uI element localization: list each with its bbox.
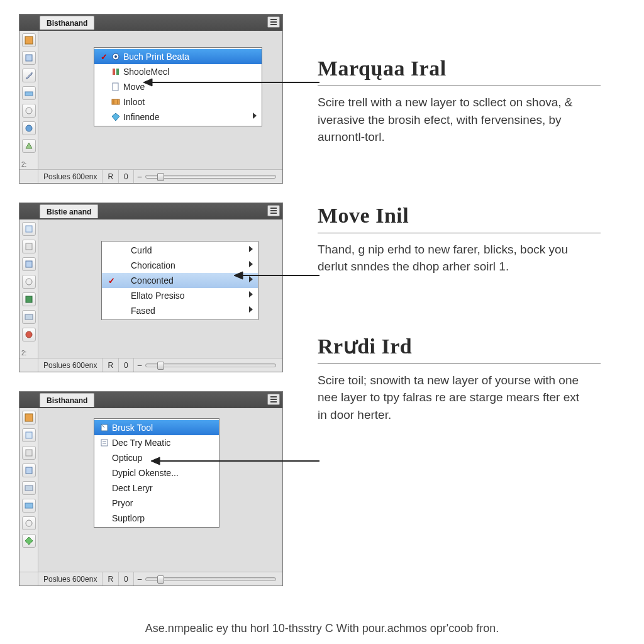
status-mid: R [103,358,119,372]
menu-item[interactable]: Inloot [94,94,262,109]
svg-point-6 [114,55,117,58]
svg-rect-21 [26,432,32,438]
tool-icon[interactable] [22,240,36,253]
tool-icon[interactable] [22,411,36,425]
page-icon [109,82,122,91]
tool-icon[interactable] [22,86,36,100]
tool-icon[interactable] [22,275,36,289]
submenu-arrow-icon [249,291,253,297]
tool-icon[interactable] [22,446,36,460]
info-column: Marqųaa Iral Scire trell with a new laye… [318,57,601,481]
zoom-slider[interactable]: – [134,575,282,584]
menu-item[interactable]: Fased [102,303,258,318]
tool-icon[interactable] [22,33,36,47]
tool-icon[interactable] [22,464,36,477]
zoom-slider[interactable]: – [134,361,282,370]
menu-item[interactable]: Dypicl Okenste... [94,465,219,480]
menu-item[interactable]: Dec Try Meatic [94,435,219,450]
menu-item[interactable]: Curld [102,243,258,258]
status-left: Poslues 600enx [38,170,103,183]
arrow-2 [234,271,319,280]
svg-rect-18 [25,314,33,319]
svg-rect-23 [26,467,32,474]
menu-item-label: Brusk Tool [111,423,206,433]
toolbar [19,408,38,572]
menu-item-label: Dect Leryr [111,483,206,493]
statusbar: Poslues 600enx R 0 – [19,169,282,183]
page-icon [98,423,111,432]
submenu-arrow-icon [249,261,253,267]
svg-marker-34 [234,272,243,279]
footnote: Ase.nmpealic ey thu horl 10-thsstry C Wi… [0,622,644,635]
info-body: Scire toil; snowith ta new layer of your… [318,372,582,424]
panel-tab[interactable]: Bistie anand [40,204,98,218]
panel-tab[interactable]: Bisthanand [40,393,94,407]
svg-rect-28 [101,440,108,446]
panel-menu-button[interactable] [267,205,280,216]
tool-icon[interactable] [22,51,36,65]
menu-item-label: Ellato Presiso [130,291,245,301]
tool-icon[interactable] [22,69,36,82]
tool-icon[interactable] [22,428,36,442]
panel-menu-button[interactable] [267,16,280,28]
svg-rect-8 [116,69,119,75]
svg-rect-24 [25,486,33,491]
menu-item-label: ShooleMecl [122,67,249,77]
list-icon [98,438,111,447]
menu-item[interactable]: Pryor [94,496,219,511]
svg-rect-1 [26,55,32,61]
tool-icon[interactable] [22,104,36,118]
svg-rect-15 [26,261,32,267]
menu-item[interactable]: Dect Leryr [94,480,219,496]
tool-icon[interactable] [22,139,36,153]
info-body: Thand, g nip erhd to new farer, blicks, … [318,241,582,275]
svg-rect-0 [25,36,33,44]
menu-item-label: Conconted [130,275,245,286]
tool-icon[interactable] [22,310,36,324]
panel-1: Bisthanand 2: Poslues 600enx R 0 – [19,14,283,184]
panel-menu-button[interactable] [267,394,280,405]
menu-item-label: Suptlorp [111,513,206,523]
titlebar: Bisthanand [19,14,282,31]
submenu-arrow-icon [249,246,253,252]
statusbar: Poslues 600enx R 0 – [19,572,282,586]
svg-rect-25 [25,503,33,508]
tool-icon[interactable] [22,499,36,513]
divider [318,86,601,86]
panel-3: Bisthanand Poslues 600enx R 0 – [19,391,283,586]
menu-item[interactable]: ShooleMecl [94,64,262,79]
titlebar: Bistie anand [19,203,282,219]
svg-rect-22 [26,450,32,456]
tool-icon[interactable] [22,292,36,306]
titlebar: Bisthanand [19,392,282,408]
panels-column: Bisthanand 2: Poslues 600enx R 0 – [19,14,283,605]
tool-icon[interactable] [22,328,36,341]
menu-item-label: Chorication [130,260,245,270]
info-title: Marqųaa Iral [318,57,601,80]
menu-item[interactable]: Ellato Presiso [102,288,258,303]
status-mid: R [103,572,119,586]
diamond-icon [109,113,122,121]
tool-icon[interactable] [22,481,36,495]
tool-icon[interactable] [22,534,36,548]
statusbar: Poslues 600enx R 0 – [19,358,282,372]
submenu-arrow-icon [253,113,257,119]
svg-point-4 [26,125,32,131]
panel-tab[interactable]: Bisthanand [40,16,94,30]
info-body: Scire trell with a new layer to scllect … [318,94,582,146]
panel-2: Bistie anand 2: Poslues 600enx R 0 – [19,203,283,372]
menu-item[interactable]: Suptlorp [94,511,219,526]
menu-item[interactable]: Infinende [94,109,262,125]
tool-icon[interactable] [22,257,36,271]
menu-item[interactable]: Brusk Tool [94,420,219,435]
zoom-slider[interactable]: – [134,172,282,181]
tool-icon[interactable] [22,516,36,530]
tool-icon[interactable] [22,222,36,236]
menu-item[interactable]: ✓ Buch Print Beata [94,49,262,64]
menu-item-label: Pryor [111,498,206,508]
status-val: 0 [119,572,134,586]
status-left: Poslues 600enx [38,358,103,372]
film-icon [109,97,122,106]
tool-icon[interactable] [22,121,36,135]
svg-point-16 [26,279,32,285]
